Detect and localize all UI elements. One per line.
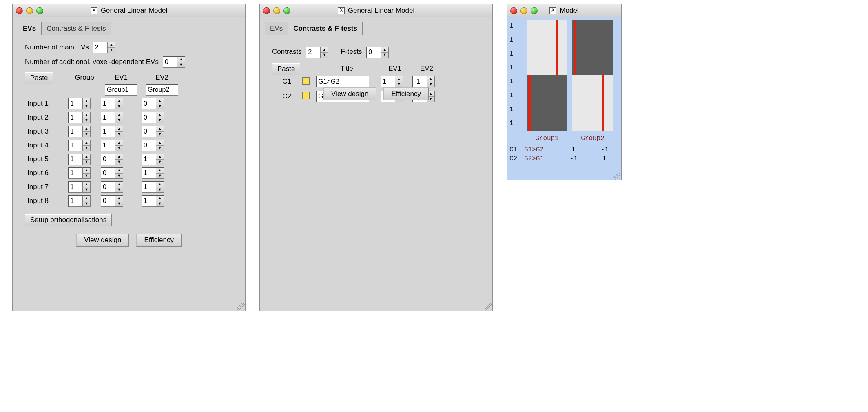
input3-ev2-spin[interactable]: ▲▼ <box>142 126 164 137</box>
input6-ev1-spin[interactable]: ▲▼ <box>101 167 123 179</box>
input2-ev1-spin[interactable]: ▲▼ <box>101 112 123 123</box>
zoom-icon[interactable] <box>283 7 290 14</box>
contrast-id: C1 <box>275 78 299 86</box>
zoom-icon[interactable] <box>531 7 538 14</box>
input-label: Input 6 <box>27 169 68 177</box>
input-label: Input 7 <box>27 183 68 191</box>
view-design-button[interactable]: View design <box>76 234 129 247</box>
resize-handle-icon[interactable] <box>485 303 492 310</box>
spin-down-icon[interactable]: ▼ <box>321 53 328 58</box>
titlebar[interactable]: X General Linear Model <box>260 4 492 17</box>
input1-ev2-spin[interactable]: ▲▼ <box>142 98 164 109</box>
c1-ev2-spin[interactable]: ▲▼ <box>412 76 435 87</box>
input4-ev2-spin[interactable]: ▲▼ <box>142 140 164 151</box>
one: 1 <box>509 90 522 101</box>
input7-group-spin[interactable]: ▲▼ <box>68 181 91 193</box>
input1-group-spin[interactable]: ▲▼ <box>68 98 91 109</box>
input1-ev1-spin[interactable]: ▲▼ <box>101 98 123 109</box>
input8-ev1-spin[interactable]: ▲▼ <box>101 195 123 207</box>
input8-group-spin[interactable]: ▲▼ <box>68 195 91 207</box>
input-label: Input 3 <box>27 127 68 136</box>
contrast-value: -1 <box>559 155 588 163</box>
ftests-spin[interactable]: ▲▼ <box>366 47 389 58</box>
col-title: Title <box>316 65 377 73</box>
model-window: X Model 1 1 1 1 1 1 1 1 <box>507 4 622 180</box>
contrasts-spin[interactable]: ▲▼ <box>306 47 328 58</box>
input8-ev2-spin[interactable]: ▲▼ <box>142 195 164 207</box>
resize-handle-icon[interactable] <box>613 173 621 180</box>
setup-orthogonalisations-button[interactable]: Setup orthogonalisations <box>25 214 112 226</box>
efficiency-button[interactable]: Efficiency <box>383 87 428 100</box>
input4-ev1-spin[interactable]: ▲▼ <box>101 140 123 151</box>
close-icon[interactable] <box>263 7 270 14</box>
close-icon[interactable] <box>510 7 517 14</box>
spin-up-icon[interactable]: ▲ <box>381 47 388 53</box>
spin-down-icon[interactable]: ▼ <box>381 53 388 58</box>
contrast-value: 1 <box>590 155 619 163</box>
titlebar[interactable]: X General Linear Model <box>13 4 245 17</box>
input2-ev2-spin[interactable]: ▲▼ <box>142 112 164 123</box>
tab-evs[interactable]: EVs <box>265 22 288 35</box>
one: 1 <box>509 62 522 73</box>
minimize-icon[interactable] <box>520 7 527 14</box>
view-design-button[interactable]: View design <box>323 87 376 100</box>
input2-group-spin[interactable]: ▲▼ <box>68 112 91 123</box>
num-voxel-evs-label: Number of additional, voxel-dependent EV… <box>25 58 159 66</box>
input3-group-spin[interactable]: ▲▼ <box>68 126 91 137</box>
input7-ev1-spin[interactable]: ▲▼ <box>101 181 123 193</box>
spin-up-icon[interactable]: ▲ <box>177 57 185 62</box>
input-label: Input 5 <box>27 155 68 163</box>
zoom-icon[interactable] <box>36 7 43 14</box>
input-label: Input 8 <box>27 197 68 205</box>
x11-icon: X <box>91 7 97 14</box>
minimize-icon[interactable] <box>26 7 33 14</box>
tab-contrasts[interactable]: Contrasts & F-tests <box>288 22 363 35</box>
input7-ev2-spin[interactable]: ▲▼ <box>142 181 164 193</box>
contrast-color-swatch[interactable] <box>302 77 310 85</box>
input5-group-spin[interactable]: ▲▼ <box>68 154 91 165</box>
c1-ev1-spin[interactable]: ▲▼ <box>381 76 403 87</box>
input5-ev1-spin[interactable]: ▲▼ <box>101 154 123 165</box>
close-icon[interactable] <box>16 7 23 14</box>
num-voxel-evs-input[interactable] <box>163 56 177 68</box>
ev1-name-input[interactable] <box>105 84 137 96</box>
x11-icon: X <box>549 7 556 14</box>
one: 1 <box>509 48 522 60</box>
num-main-evs-input[interactable] <box>93 42 107 53</box>
glm-window-evs: X General Linear Model EVs Contrasts & F… <box>12 4 246 311</box>
paste-button[interactable]: Paste <box>25 72 53 84</box>
input5-ev2-spin[interactable]: ▲▼ <box>142 154 164 165</box>
spin-up-icon[interactable]: ▲ <box>321 47 328 53</box>
contrast-id: C2 <box>509 155 522 163</box>
efficiency-button[interactable]: Efficiency <box>136 234 181 247</box>
input3-ev1-spin[interactable]: ▲▼ <box>101 126 123 137</box>
spin-down-icon[interactable]: ▼ <box>177 62 185 68</box>
c1-title-input[interactable] <box>316 76 369 87</box>
one: 1 <box>509 104 522 115</box>
group-column: 1 1 1 1 1 1 1 1 <box>509 20 522 129</box>
one: 1 <box>509 34 522 46</box>
one: 1 <box>509 76 522 87</box>
contrast-matrix: C1 G1>G2 1 -1 C2 G2>G1 -1 1 <box>509 146 619 163</box>
ev1-column <box>527 20 567 131</box>
titlebar[interactable]: X Model <box>507 4 621 17</box>
tab-contrasts[interactable]: Contrasts & F-tests <box>41 22 111 35</box>
col-ev1: EV1 <box>381 65 409 73</box>
tab-evs[interactable]: EVs <box>18 22 41 35</box>
minimize-icon[interactable] <box>273 7 280 14</box>
resize-handle-icon[interactable] <box>237 303 245 310</box>
window-title: General Linear Model <box>101 7 167 15</box>
spin-down-icon[interactable]: ▼ <box>108 48 115 53</box>
ev2-name-input[interactable] <box>146 84 178 96</box>
contrasts-label: Contrasts <box>272 48 302 56</box>
model-body: 1 1 1 1 1 1 1 1 <box>507 17 621 180</box>
spin-up-icon[interactable]: ▲ <box>108 42 115 48</box>
col-group: Group <box>68 73 101 82</box>
num-main-evs-spin[interactable]: ▲▼ <box>93 42 115 53</box>
input-label: Input 1 <box>27 100 68 108</box>
input6-group-spin[interactable]: ▲▼ <box>68 167 91 179</box>
num-voxel-evs-spin[interactable]: ▲▼ <box>163 56 185 68</box>
paste-button[interactable]: Paste <box>272 63 300 75</box>
input6-ev2-spin[interactable]: ▲▼ <box>142 167 164 179</box>
input4-group-spin[interactable]: ▲▼ <box>68 140 91 151</box>
